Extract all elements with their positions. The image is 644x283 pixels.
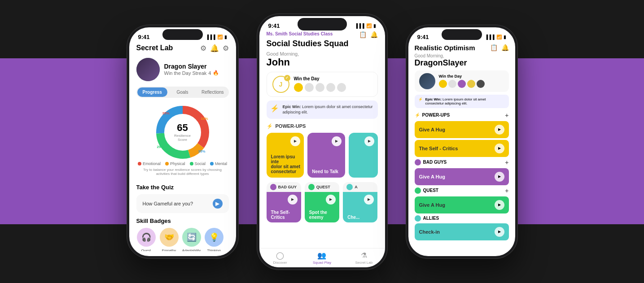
- quest-card: QUEST ▶ Spot the enemy: [305, 182, 339, 222]
- quest-avatar: [308, 184, 315, 190]
- legend-social: Social: [190, 161, 206, 166]
- r-book-icon[interactable]: 📋: [490, 44, 498, 51]
- tab-reflections[interactable]: Reflections: [197, 87, 228, 97]
- bell-icon[interactable]: 🔔: [210, 44, 219, 52]
- left-time: 9:41: [138, 34, 150, 40]
- balance-text: Try to balance your resilience scores by…: [136, 168, 229, 176]
- wifi-icon: 📶: [217, 35, 223, 39]
- r-play-3[interactable]: ▶: [495, 172, 504, 182]
- quiz-question: How Gameful are you?: [143, 201, 193, 206]
- play-btn-2[interactable]: ▶: [332, 136, 342, 146]
- tab-progress[interactable]: Progress: [137, 87, 167, 97]
- quiz-row[interactable]: How Gameful are you? ▶: [136, 194, 229, 213]
- win-day-dots: [294, 83, 372, 92]
- dot-3: [315, 83, 324, 92]
- left-username: Dragon Slayer: [164, 63, 219, 70]
- skill-label-empathy: Empathy: [162, 248, 176, 251]
- r-dot-3: [458, 80, 466, 88]
- nav-discover[interactable]: ◯ Discover: [259, 251, 301, 265]
- nav-secret-lab[interactable]: ⚗ Secret Lab: [343, 251, 385, 265]
- gear-icon[interactable]: ⚙: [200, 44, 206, 52]
- left-header: Secret Lab ⚙ 🔔 ⚙: [136, 42, 229, 52]
- settings-icon[interactable]: ⚙: [223, 44, 229, 52]
- skill-quest-listener: 🎧 Quest Listener: [136, 228, 156, 251]
- win-day-row: J ✓ Win the Day: [267, 72, 378, 97]
- skill-thinking: 💡 Thinking: [205, 228, 223, 251]
- skill-icon-listener: 🎧: [137, 228, 156, 247]
- fire-icon: 🔥: [213, 70, 219, 76]
- extra-play[interactable]: ▶: [364, 195, 374, 205]
- power-card-3[interactable]: ▶: [349, 133, 378, 178]
- r-give-a-hug-card[interactable]: Give A Hug ▶: [415, 121, 509, 138]
- c-wifi-icon: 📶: [366, 23, 372, 28]
- r-badguys-plus[interactable]: +: [505, 159, 508, 166]
- powerups-icon: ⚡: [267, 123, 273, 129]
- badguy-play[interactable]: ▶: [288, 195, 298, 205]
- r-give-a-hug-label: Give A Hug: [419, 127, 445, 132]
- quest-card-label: Spot the enemy: [309, 210, 339, 220]
- play-btn-3[interactable]: ▶: [364, 136, 374, 146]
- dot-1: [294, 83, 303, 92]
- right-title: Realistic Optimism: [415, 44, 475, 52]
- power-card-2[interactable]: ▶ Need to Talk: [307, 133, 345, 178]
- win-day-circle: J ✓: [272, 76, 289, 93]
- left-tab-bar: Progress Goals Reflections: [136, 87, 229, 98]
- extra-avatar: [346, 184, 353, 190]
- legend-physical: Physical: [165, 161, 185, 166]
- right-phone: 9:41 ▐▐▐ 📶 ▮ Realistic Optimism 📋 🔔 Good…: [406, 25, 518, 259]
- quest-body[interactable]: ▶ Spot the enemy: [305, 192, 339, 222]
- extra-card-label: Che...: [347, 215, 359, 220]
- badguy-body[interactable]: ▶ The Self-Critics: [267, 192, 301, 222]
- r-dot-5: [477, 80, 485, 88]
- signal-icon: ▐▐▐: [206, 35, 215, 39]
- r-allies-icon: [415, 215, 421, 222]
- skills-title: Skill Badges: [136, 218, 229, 224]
- epic-text: Epic Win: Lorem ipsum dolor sit amet con…: [283, 104, 374, 115]
- badguy-header: BAD GUY: [267, 182, 301, 192]
- r-play-5[interactable]: ▶: [495, 227, 504, 237]
- power-label-1: Lorem ipsu intedolor sit ametconsectetur: [271, 154, 304, 174]
- r-dot-4: [467, 80, 475, 88]
- r-badguys-card[interactable]: Give A Hug ▶: [415, 168, 509, 185]
- center-greeting: Good Morning,: [267, 51, 378, 57]
- r-quest-card[interactable]: Give A Hug ▶: [415, 196, 509, 213]
- dot-2: [305, 83, 314, 92]
- donut-legend: Emotional Physical Social Mental: [138, 161, 227, 166]
- nav-squad-play[interactable]: 👥 Squad Play: [301, 251, 343, 265]
- extra-label: A: [355, 185, 358, 189]
- center-name: John: [267, 57, 378, 68]
- extra-body[interactable]: ▶ Che...: [343, 192, 377, 222]
- c-bell-icon[interactable]: 🔔: [370, 31, 378, 38]
- center-bottom-nav: ◯ Discover 👥 Squad Play ⚗ Secret Lab: [259, 248, 385, 267]
- r-bell-icon[interactable]: 🔔: [501, 44, 509, 51]
- left-header-icons: ⚙ 🔔 ⚙: [200, 44, 229, 52]
- r-play-4[interactable]: ▶: [495, 200, 504, 210]
- r-self-critics-card[interactable]: The Self - Critics ▶: [415, 140, 509, 157]
- left-profile-info: Dragon Slayer Win the Day Streak 4 🔥: [164, 63, 219, 76]
- dot-5: [337, 83, 346, 92]
- tab-goals[interactable]: Goals: [167, 87, 197, 97]
- extra-card: A ▶ Che...: [343, 182, 377, 222]
- quest-label: QUEST: [316, 185, 330, 189]
- c-book-icon[interactable]: 📋: [359, 31, 367, 38]
- left-profile-row: Dragon Slayer Win the Day Streak 4 🔥: [136, 58, 229, 81]
- r-ally-card[interactable]: Check-in ▶: [415, 223, 509, 240]
- pct-social: 29%: [157, 145, 164, 149]
- power-card-1[interactable]: ▶ Lorem ipsu intedolor sit ametconsectet…: [267, 133, 304, 178]
- r-play-2[interactable]: ▶: [495, 144, 504, 153]
- r-play-1[interactable]: ▶: [495, 125, 504, 135]
- quiz-arrow[interactable]: ▶: [213, 199, 223, 209]
- r-quest-left: QUEST: [415, 187, 438, 194]
- r-quest-card-label: Give A Hug: [419, 202, 445, 208]
- r-epic-icon: ⚡: [418, 97, 423, 101]
- play-btn-1[interactable]: ▶: [290, 136, 300, 146]
- r-quest-plus[interactable]: +: [505, 187, 508, 194]
- quest-play[interactable]: ▶: [326, 195, 336, 205]
- skill-adaptability: 🔄 Adaptability: [182, 228, 201, 251]
- skill-label-adaptability: Adaptability: [182, 248, 201, 251]
- r-powerups-plus[interactable]: +: [505, 112, 508, 119]
- class-label: Ms. Smith Social Studies Class: [267, 31, 333, 36]
- right-screen: Realistic Optimism 📋 🔔 Good Morning, Dra…: [408, 42, 515, 251]
- donut-section: 35% 10% 29% 35% 65 ResilienceScore Emoti…: [136, 103, 229, 180]
- r-powerups-label: POWER-UPS: [422, 113, 450, 118]
